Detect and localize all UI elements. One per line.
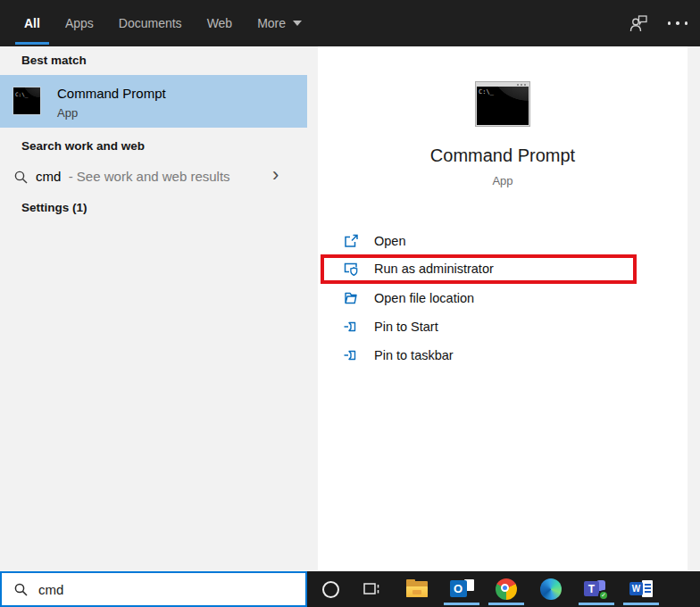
taskbar-search-box[interactable] — [0, 571, 307, 607]
app-subtitle: App — [318, 174, 688, 187]
pin-icon — [343, 347, 359, 363]
tab-all-label: All — [24, 0, 40, 46]
search-filter-bar: All Apps Documents Web More — [0, 0, 700, 46]
tab-apps[interactable]: Apps — [53, 0, 106, 46]
tab-web-label: Web — [207, 0, 233, 46]
outlook-button[interactable]: O — [442, 571, 481, 607]
action-open-file-location-label: Open file location — [374, 291, 474, 305]
teams-icon: T ✓ — [584, 578, 609, 600]
search-icon — [13, 582, 29, 597]
action-pin-to-start[interactable]: Pin to Start — [343, 316, 438, 337]
settings-header: Settings (1) — [21, 201, 88, 214]
taskbar: O T ✓ W — [307, 571, 700, 607]
word-icon: W — [629, 578, 653, 600]
file-explorer-button[interactable] — [397, 571, 437, 607]
action-open-label: Open — [374, 234, 405, 248]
edge-icon — [540, 578, 562, 600]
best-match-header: Best match — [21, 54, 87, 67]
web-search-text: cmd - See work and web results — [36, 169, 230, 184]
tab-documents[interactable]: Documents — [106, 0, 195, 46]
filter-tabs: All Apps Documents Web More — [12, 0, 314, 46]
action-open[interactable]: Open — [343, 230, 405, 252]
feedback-icon[interactable] — [627, 12, 650, 36]
teams-button[interactable]: T ✓ — [577, 571, 616, 607]
action-run-as-administrator[interactable]: Run as administrator — [343, 258, 494, 279]
run-as-admin-shield-icon — [343, 261, 359, 277]
chevron-down-icon — [293, 21, 302, 26]
action-open-file-location[interactable]: Open file location — [343, 287, 474, 309]
folder-location-icon — [343, 290, 359, 306]
chrome-icon — [496, 578, 517, 600]
command-prompt-icon-large: C:\_ — [475, 81, 530, 127]
tab-all[interactable]: All — [12, 0, 53, 46]
running-indicator — [623, 603, 659, 605]
word-button[interactable]: W — [621, 571, 661, 607]
tab-more-label: More — [257, 0, 286, 46]
more-options-icon[interactable] — [668, 21, 688, 25]
web-search-suffix: - See work and web results — [65, 169, 230, 184]
running-indicator — [444, 603, 479, 605]
best-match-title: Command Prompt — [57, 86, 166, 101]
tab-documents-label: Documents — [119, 0, 182, 46]
pin-icon — [343, 319, 359, 335]
tab-more[interactable]: More — [245, 0, 314, 46]
web-search-header: Search work and web — [21, 139, 145, 153]
outlook-icon: O — [450, 578, 474, 600]
app-title: Command Prompt — [318, 146, 688, 166]
action-pin-to-start-label: Pin to Start — [374, 320, 438, 334]
action-pin-to-taskbar-label: Pin to taskbar — [374, 348, 454, 362]
web-search-query: cmd — [36, 169, 61, 184]
best-match-subtitle: App — [57, 106, 78, 120]
action-pin-to-taskbar[interactable]: Pin to taskbar — [343, 345, 454, 366]
best-match-result-command-prompt[interactable]: C:\_ Command Prompt App — [0, 75, 307, 128]
windows-search-flyout: All Apps Documents Web More — [0, 0, 700, 607]
search-input[interactable] — [38, 582, 271, 597]
cortana-button[interactable] — [311, 571, 350, 607]
command-prompt-icon: C:\_ — [12, 87, 41, 115]
tab-web[interactable]: Web — [195, 0, 246, 46]
chrome-button[interactable] — [487, 571, 526, 607]
task-view-icon — [362, 579, 381, 599]
open-icon — [343, 233, 359, 249]
edge-button[interactable] — [531, 571, 571, 607]
cortana-icon — [322, 581, 339, 598]
search-icon — [13, 170, 29, 185]
web-search-result[interactable]: cmd - See work and web results › — [0, 161, 307, 195]
tab-apps-label: Apps — [65, 0, 94, 46]
task-view-button[interactable] — [352, 571, 391, 607]
file-explorer-icon — [406, 581, 428, 597]
action-run-as-administrator-label: Run as administrator — [374, 262, 494, 276]
running-indicator — [579, 603, 614, 605]
running-indicator — [488, 603, 524, 605]
chevron-right-icon[interactable]: › — [272, 163, 279, 187]
